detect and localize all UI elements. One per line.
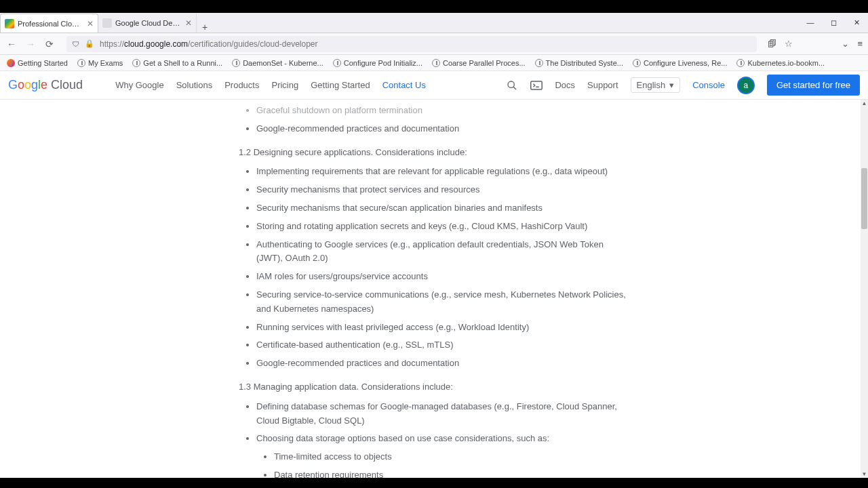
close-window-button[interactable]: ✕ — [845, 13, 868, 32]
svg-rect-2 — [531, 81, 542, 89]
appmenu-icon[interactable]: ≡ — [857, 39, 863, 49]
section-heading: 1.3 Managing application data. Considera… — [239, 380, 868, 394]
list-item: IAM roles for users/groups/service accou… — [256, 270, 868, 284]
list-item: Time-limited access to objects — [274, 450, 631, 464]
back-button[interactable]: ← — [5, 39, 18, 49]
tab-inactive[interactable]: Google Cloud Developer Certif ✕ — [98, 14, 197, 33]
list-item: Choosing data storage options based on u… — [256, 432, 868, 478]
tab-close-icon[interactable]: ✕ — [87, 19, 94, 28]
docs-link[interactable]: Docs — [555, 80, 575, 90]
globe-icon — [132, 59, 140, 67]
globe-icon — [633, 59, 641, 67]
reader-icon[interactable]: 🗐 — [768, 39, 776, 49]
search-icon[interactable] — [506, 79, 518, 92]
list-item: Security mechanisms that protect service… — [256, 183, 868, 197]
tab-active[interactable]: Professional Cloud Developer C ✕ — [0, 14, 98, 33]
navbar: ← → ⟳ 🛡 🔒 https://cloud.google.com/certi… — [0, 33, 868, 55]
pocket-icon[interactable]: ⌄ — [842, 39, 849, 49]
bookmark-item[interactable]: Get a Shell to a Runni... — [132, 59, 222, 67]
page-content: Graceful shutdown on platform terminatio… — [0, 100, 868, 478]
list-item: Securing service-to-service communicatio… — [256, 288, 868, 317]
list-item: Graceful shutdown on platform terminatio… — [256, 104, 868, 118]
globe-icon — [333, 59, 341, 67]
globe-icon — [232, 59, 240, 67]
bookmarks-bar: Getting Started My Exams Get a Shell to … — [0, 55, 868, 71]
globe-icon — [535, 59, 543, 67]
list-item: Google-recommended practices and documen… — [256, 357, 868, 371]
scroll-thumb[interactable] — [861, 168, 867, 229]
nav-link-active[interactable]: Contact Us — [382, 80, 426, 90]
get-started-button[interactable]: Get started for free — [767, 75, 860, 96]
globe-icon — [432, 59, 440, 67]
list-item: Google-recommended practices and documen… — [256, 122, 868, 136]
bookmark-item[interactable]: Kubernetes.io-bookm... — [736, 59, 825, 67]
bookmark-item[interactable]: Configure Pod Initializ... — [333, 59, 422, 67]
list-item: Security mechanisms that secure/scan app… — [256, 201, 868, 216]
console-link[interactable]: Console — [692, 80, 725, 90]
lock-icon[interactable]: 🔒 — [85, 39, 94, 48]
scroll-down-arrow[interactable]: ▼ — [861, 470, 868, 478]
svg-line-1 — [513, 87, 516, 89]
site-header: Google Cloud Why Google Solutions Produc… — [0, 71, 868, 100]
support-link[interactable]: Support — [587, 80, 618, 90]
page-scrollbar[interactable]: ▲ ▼ — [861, 100, 868, 478]
urlbar[interactable]: 🛡 🔒 https://cloud.google.com/certificati… — [66, 36, 757, 52]
globe-icon — [7, 59, 15, 67]
globe-icon — [736, 59, 745, 67]
bookmark-item[interactable]: My Exams — [77, 59, 123, 67]
section-heading: 1.2 Designing secure applications. Consi… — [239, 146, 868, 160]
globe-icon — [77, 59, 85, 67]
shield-icon[interactable]: 🛡 — [72, 40, 79, 48]
chevron-down-icon: ▾ — [669, 80, 674, 90]
list-item: Defining database schemas for Google-man… — [256, 400, 868, 428]
primary-nav: Why Google Solutions Products Pricing Ge… — [115, 80, 426, 90]
forward-button[interactable]: → — [24, 39, 37, 49]
bookmark-item[interactable]: Coarse Parallel Proces... — [432, 59, 526, 67]
nav-link[interactable]: Products — [224, 80, 259, 90]
language-selector[interactable]: English▾ — [631, 77, 681, 93]
list-item: Running services with least privileged a… — [256, 321, 868, 335]
list-item: Storing and rotating application secrets… — [256, 220, 868, 234]
google-cloud-logo[interactable]: Google Cloud — [8, 78, 83, 92]
bookmark-item[interactable]: Configure Liveness, Re... — [633, 59, 728, 67]
new-tab-button[interactable]: + — [197, 22, 213, 33]
tab-favicon — [5, 19, 14, 28]
list-item: Implementing requirements that are relev… — [256, 165, 868, 179]
bookmark-item[interactable]: The Distributed Syste... — [535, 59, 623, 67]
bookmark-star-icon[interactable]: ☆ — [785, 39, 793, 49]
list-item: Data retention requirements — [274, 468, 631, 478]
minimize-button[interactable]: — — [799, 13, 822, 32]
nav-link[interactable]: Solutions — [176, 80, 212, 90]
tab-close-icon[interactable]: ✕ — [185, 18, 192, 28]
cloudshell-icon[interactable] — [530, 79, 542, 92]
list-item: Authenticating to Google services (e.g.,… — [256, 238, 868, 266]
bookmark-item[interactable]: DaemonSet - Kuberne... — [232, 59, 323, 67]
tab-title: Google Cloud Developer Certif — [115, 19, 182, 27]
nav-link[interactable]: Pricing — [271, 80, 298, 90]
nav-link[interactable]: Why Google — [115, 80, 164, 90]
list-item: Certificate-based authentication (e.g., … — [256, 338, 868, 352]
tabstrip: Professional Cloud Developer C ✕ Google … — [0, 13, 868, 33]
maximize-button[interactable]: ◻ — [822, 13, 845, 32]
avatar[interactable]: a — [737, 77, 755, 94]
tab-favicon — [102, 18, 112, 28]
reload-button[interactable]: ⟳ — [43, 39, 56, 49]
svg-point-0 — [508, 81, 514, 87]
nav-link[interactable]: Getting Started — [311, 80, 370, 90]
tab-title: Professional Cloud Developer C — [18, 20, 83, 28]
bookmark-item[interactable]: Getting Started — [7, 59, 68, 67]
scroll-up-arrow[interactable]: ▲ — [861, 100, 868, 107]
url-text: https://cloud.google.com/certification/g… — [100, 39, 318, 49]
